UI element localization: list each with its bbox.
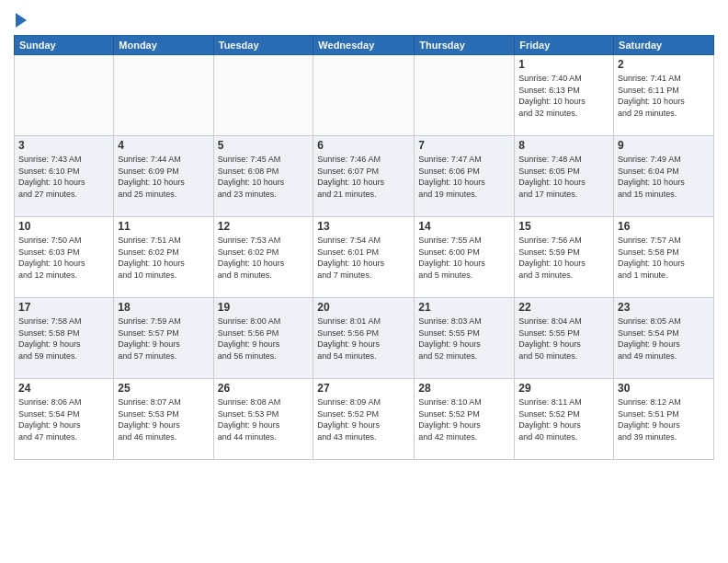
day-cell: 3Sunrise: 7:43 AM Sunset: 6:10 PM Daylig… <box>15 136 114 217</box>
day-info: Sunrise: 7:51 AM Sunset: 6:02 PM Dayligh… <box>118 235 209 281</box>
day-cell: 5Sunrise: 7:45 AM Sunset: 6:08 PM Daylig… <box>213 136 313 217</box>
day-info: Sunrise: 7:40 AM Sunset: 6:13 PM Dayligh… <box>518 73 609 119</box>
day-info: Sunrise: 8:09 AM Sunset: 5:52 PM Dayligh… <box>317 396 410 442</box>
day-cell: 2Sunrise: 7:41 AM Sunset: 6:11 PM Daylig… <box>614 55 714 136</box>
day-number: 13 <box>317 220 410 233</box>
day-info: Sunrise: 7:56 AM Sunset: 5:59 PM Dayligh… <box>518 235 609 281</box>
day-info: Sunrise: 8:03 AM Sunset: 5:55 PM Dayligh… <box>418 316 510 362</box>
day-number: 20 <box>317 301 410 314</box>
day-info: Sunrise: 7:55 AM Sunset: 6:00 PM Dayligh… <box>418 235 510 281</box>
day-cell: 11Sunrise: 7:51 AM Sunset: 6:02 PM Dayli… <box>114 217 213 298</box>
week-row-1: 1Sunrise: 7:40 AM Sunset: 6:13 PM Daylig… <box>15 55 714 136</box>
day-number: 27 <box>317 382 410 395</box>
day-info: Sunrise: 7:53 AM Sunset: 6:02 PM Dayligh… <box>218 235 310 281</box>
day-info: Sunrise: 7:54 AM Sunset: 6:01 PM Dayligh… <box>317 235 410 281</box>
day-cell <box>15 55 114 136</box>
day-cell: 22Sunrise: 8:04 AM Sunset: 5:55 PM Dayli… <box>515 298 614 379</box>
week-row-3: 10Sunrise: 7:50 AM Sunset: 6:03 PM Dayli… <box>15 217 714 298</box>
weekday-header-wednesday: Wednesday <box>313 36 415 55</box>
calendar: SundayMondayTuesdayWednesdayThursdayFrid… <box>14 35 714 460</box>
page: SundayMondayTuesdayWednesdayThursdayFrid… <box>0 0 728 563</box>
day-info: Sunrise: 7:57 AM Sunset: 5:58 PM Dayligh… <box>618 235 710 281</box>
weekday-header-sunday: Sunday <box>15 36 114 55</box>
day-number: 4 <box>118 139 209 152</box>
day-cell: 14Sunrise: 7:55 AM Sunset: 6:00 PM Dayli… <box>415 217 515 298</box>
day-cell: 4Sunrise: 7:44 AM Sunset: 6:09 PM Daylig… <box>114 136 213 217</box>
day-info: Sunrise: 8:04 AM Sunset: 5:55 PM Dayligh… <box>518 316 609 362</box>
day-info: Sunrise: 8:06 AM Sunset: 5:54 PM Dayligh… <box>18 396 109 442</box>
day-number: 18 <box>118 301 209 314</box>
day-info: Sunrise: 7:43 AM Sunset: 6:10 PM Dayligh… <box>18 154 109 200</box>
day-cell: 28Sunrise: 8:10 AM Sunset: 5:52 PM Dayli… <box>415 379 515 460</box>
day-info: Sunrise: 8:01 AM Sunset: 5:56 PM Dayligh… <box>317 316 410 362</box>
day-info: Sunrise: 7:49 AM Sunset: 6:04 PM Dayligh… <box>618 154 710 200</box>
day-number: 30 <box>618 382 710 395</box>
day-cell: 13Sunrise: 7:54 AM Sunset: 6:01 PM Dayli… <box>313 217 415 298</box>
day-number: 28 <box>418 382 510 395</box>
day-cell <box>415 55 515 136</box>
day-cell: 19Sunrise: 8:00 AM Sunset: 5:56 PM Dayli… <box>213 298 313 379</box>
day-cell: 30Sunrise: 8:12 AM Sunset: 5:51 PM Dayli… <box>614 379 714 460</box>
day-number: 12 <box>218 220 310 233</box>
day-number: 26 <box>218 382 310 395</box>
day-info: Sunrise: 7:58 AM Sunset: 5:58 PM Dayligh… <box>18 316 109 362</box>
weekday-header-friday: Friday <box>515 36 614 55</box>
day-cell: 10Sunrise: 7:50 AM Sunset: 6:03 PM Dayli… <box>15 217 114 298</box>
day-cell <box>114 55 213 136</box>
day-info: Sunrise: 7:41 AM Sunset: 6:11 PM Dayligh… <box>618 73 710 119</box>
day-number: 29 <box>518 382 609 395</box>
day-number: 5 <box>218 139 310 152</box>
header <box>14 9 714 28</box>
day-number: 9 <box>618 139 710 152</box>
day-number: 7 <box>418 139 510 152</box>
day-info: Sunrise: 7:50 AM Sunset: 6:03 PM Dayligh… <box>18 235 109 281</box>
day-cell: 23Sunrise: 8:05 AM Sunset: 5:54 PM Dayli… <box>614 298 714 379</box>
weekday-header-thursday: Thursday <box>415 36 515 55</box>
day-cell: 9Sunrise: 7:49 AM Sunset: 6:04 PM Daylig… <box>614 136 714 217</box>
day-info: Sunrise: 7:45 AM Sunset: 6:08 PM Dayligh… <box>218 154 310 200</box>
day-cell: 15Sunrise: 7:56 AM Sunset: 5:59 PM Dayli… <box>515 217 614 298</box>
day-info: Sunrise: 7:48 AM Sunset: 6:05 PM Dayligh… <box>518 154 609 200</box>
day-number: 14 <box>418 220 510 233</box>
day-info: Sunrise: 8:08 AM Sunset: 5:53 PM Dayligh… <box>218 396 310 442</box>
day-cell: 29Sunrise: 8:11 AM Sunset: 5:52 PM Dayli… <box>515 379 614 460</box>
weekday-header-monday: Monday <box>114 36 213 55</box>
day-info: Sunrise: 7:59 AM Sunset: 5:57 PM Dayligh… <box>118 316 209 362</box>
day-cell: 21Sunrise: 8:03 AM Sunset: 5:55 PM Dayli… <box>415 298 515 379</box>
day-cell: 12Sunrise: 7:53 AM Sunset: 6:02 PM Dayli… <box>213 217 313 298</box>
day-number: 3 <box>18 139 109 152</box>
day-number: 22 <box>518 301 609 314</box>
day-cell: 24Sunrise: 8:06 AM Sunset: 5:54 PM Dayli… <box>15 379 114 460</box>
day-cell: 25Sunrise: 8:07 AM Sunset: 5:53 PM Dayli… <box>114 379 213 460</box>
day-number: 19 <box>218 301 310 314</box>
day-info: Sunrise: 8:05 AM Sunset: 5:54 PM Dayligh… <box>618 316 710 362</box>
day-number: 2 <box>618 58 710 71</box>
day-info: Sunrise: 8:10 AM Sunset: 5:52 PM Dayligh… <box>418 396 510 442</box>
day-cell: 18Sunrise: 7:59 AM Sunset: 5:57 PM Dayli… <box>114 298 213 379</box>
week-row-2: 3Sunrise: 7:43 AM Sunset: 6:10 PM Daylig… <box>15 136 714 217</box>
day-info: Sunrise: 8:11 AM Sunset: 5:52 PM Dayligh… <box>518 396 609 442</box>
weekday-header-tuesday: Tuesday <box>213 36 313 55</box>
day-number: 25 <box>118 382 209 395</box>
day-number: 17 <box>18 301 109 314</box>
day-number: 21 <box>418 301 510 314</box>
logo-arrow-icon <box>16 13 27 28</box>
day-info: Sunrise: 7:44 AM Sunset: 6:09 PM Dayligh… <box>118 154 209 200</box>
day-number: 16 <box>618 220 710 233</box>
day-cell: 8Sunrise: 7:48 AM Sunset: 6:05 PM Daylig… <box>515 136 614 217</box>
day-cell: 6Sunrise: 7:46 AM Sunset: 6:07 PM Daylig… <box>313 136 415 217</box>
day-info: Sunrise: 7:46 AM Sunset: 6:07 PM Dayligh… <box>317 154 410 200</box>
day-cell: 27Sunrise: 8:09 AM Sunset: 5:52 PM Dayli… <box>313 379 415 460</box>
day-cell: 7Sunrise: 7:47 AM Sunset: 6:06 PM Daylig… <box>415 136 515 217</box>
day-number: 23 <box>618 301 710 314</box>
day-info: Sunrise: 8:00 AM Sunset: 5:56 PM Dayligh… <box>218 316 310 362</box>
weekday-header-row: SundayMondayTuesdayWednesdayThursdayFrid… <box>15 36 714 55</box>
weekday-header-saturday: Saturday <box>614 36 714 55</box>
day-cell <box>213 55 313 136</box>
day-cell: 26Sunrise: 8:08 AM Sunset: 5:53 PM Dayli… <box>213 379 313 460</box>
day-number: 1 <box>518 58 609 71</box>
day-number: 6 <box>317 139 410 152</box>
day-info: Sunrise: 8:12 AM Sunset: 5:51 PM Dayligh… <box>618 396 710 442</box>
day-number: 8 <box>518 139 609 152</box>
week-row-4: 17Sunrise: 7:58 AM Sunset: 5:58 PM Dayli… <box>15 298 714 379</box>
